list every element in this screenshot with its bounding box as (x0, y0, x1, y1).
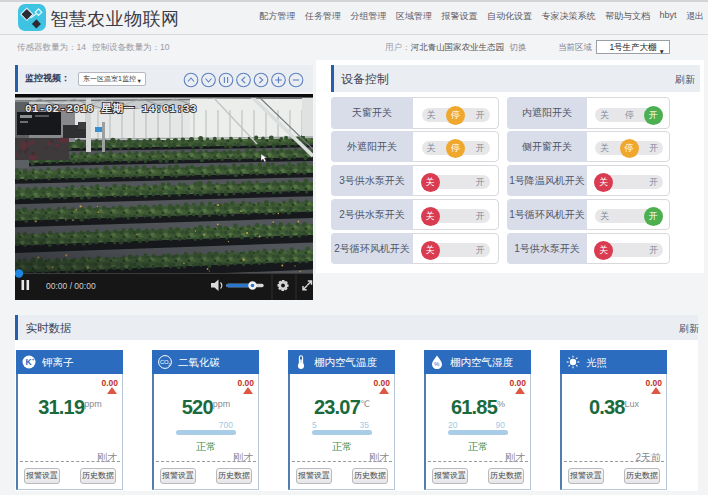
svg-text:+: + (32, 356, 35, 362)
svg-text:00:00 / 00:00: 00:00 / 00:00 (46, 281, 96, 291)
svg-text:%: % (434, 361, 440, 367)
svg-text:01-02-2018 星期一 14:01:33: 01-02-2018 星期一 14:01:33 (25, 102, 197, 115)
